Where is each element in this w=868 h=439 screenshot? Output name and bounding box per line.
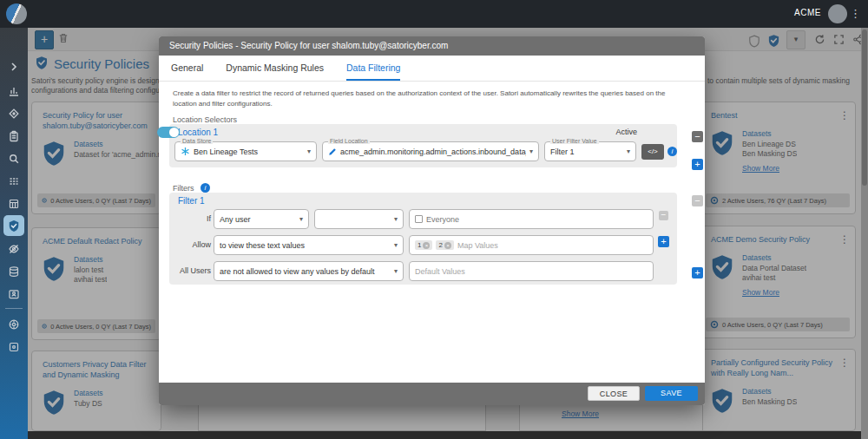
code-view-button[interactable]: </> bbox=[641, 144, 664, 160]
all-users-row-label: All Users bbox=[173, 266, 211, 275]
sidebar-item-search[interactable] bbox=[3, 148, 24, 169]
pencil-icon bbox=[328, 147, 337, 156]
data-store-label: Data Store bbox=[181, 138, 213, 144]
delete-icon[interactable] bbox=[57, 32, 69, 48]
card-title: ACME Default Redact Policy bbox=[32, 228, 161, 246]
sidebar-item-security-policies[interactable] bbox=[3, 215, 24, 236]
policy-card-partially-configured[interactable]: Partially Configured Security Policy wit… bbox=[700, 349, 856, 431]
usage-stats: 0 Active Users, 0 QY (Last 7 Days) bbox=[706, 318, 850, 331]
dataset-name: avihai test bbox=[742, 273, 806, 283]
tab-data-filtering[interactable]: Data Filtering bbox=[346, 56, 400, 81]
sidebar-expand-chevron-icon[interactable] bbox=[3, 56, 24, 77]
card-menu-icon[interactable]: ⋮ bbox=[839, 109, 850, 121]
policy-card-user-shalom[interactable]: Security Policy for user shalom.tuby@sat… bbox=[31, 102, 161, 214]
add-condition-button[interactable]: + bbox=[658, 236, 669, 247]
datasets-label: Datasets bbox=[74, 140, 161, 148]
chevron-down-icon: ▾ bbox=[627, 147, 630, 155]
data-store-select[interactable]: Data Store Ben Lineage Tests ▾ bbox=[174, 141, 317, 161]
allow-row-label: Allow bbox=[173, 240, 211, 249]
page-description-left-1: Satori's security policy engine is desig… bbox=[31, 76, 160, 85]
page-scrollbar-thumb[interactable] bbox=[862, 29, 867, 186]
snowflake-icon bbox=[181, 147, 190, 156]
chip-remove-icon[interactable]: × bbox=[444, 242, 451, 249]
activity-icon bbox=[42, 196, 47, 205]
dialog-tabs: General Dynamic Masking Rules Data Filte… bbox=[159, 56, 705, 82]
card-title: ACME Demo Security Policy bbox=[700, 226, 855, 245]
more-menu-icon[interactable]: ⋮ bbox=[850, 6, 861, 22]
remove-location-button[interactable]: − bbox=[692, 131, 703, 142]
user-filter-value-select[interactable]: User Filter Value Filter 1 ▾ bbox=[544, 141, 636, 161]
map-values-input[interactable]: 1× 2× Map Values bbox=[409, 235, 654, 255]
sidebar-nav bbox=[0, 28, 28, 439]
tab-dynamic-masking-rules[interactable]: Dynamic Masking Rules bbox=[226, 56, 324, 81]
sidebar-item-masking[interactable] bbox=[3, 239, 24, 259]
sidebar-item-users[interactable] bbox=[3, 284, 24, 305]
filter-group-label: Filter 1 bbox=[178, 196, 205, 206]
tab-general[interactable]: General bbox=[171, 56, 203, 81]
shield-check-icon bbox=[709, 387, 735, 418]
principal-input[interactable]: Everyone bbox=[409, 209, 654, 229]
user-avatar[interactable] bbox=[828, 4, 847, 23]
chevron-down-icon: ▾ bbox=[529, 147, 533, 155]
if-row-label: If bbox=[173, 214, 211, 223]
shield-check-icon bbox=[41, 389, 67, 420]
chip-remove-icon[interactable]: × bbox=[423, 242, 430, 249]
card-menu-icon[interactable]: ⋮ bbox=[839, 357, 850, 369]
info-icon[interactable]: i bbox=[667, 147, 677, 156]
remove-filter-button[interactable]: − bbox=[692, 195, 703, 206]
value-chip[interactable]: 2× bbox=[436, 240, 453, 250]
save-button[interactable]: SAVE bbox=[645, 386, 698, 401]
usage-stats: 0 Active Users, 0 QY (Last 7 Days) bbox=[37, 319, 155, 333]
show-more-link[interactable]: Show More bbox=[562, 410, 599, 418]
shield-check-icon bbox=[41, 140, 67, 171]
shield-check-icon bbox=[709, 253, 735, 298]
policy-card-acme-default-redact[interactable]: ACME Default Redact Policy Datasets lalo… bbox=[31, 227, 161, 340]
show-more-link[interactable]: Show More bbox=[742, 164, 779, 173]
sidebar-item-support[interactable] bbox=[3, 314, 24, 335]
dialog-title[interactable]: Security Policies - Security Policy for … bbox=[159, 36, 705, 56]
add-filter-button[interactable]: + bbox=[692, 267, 703, 278]
refresh-icon[interactable] bbox=[814, 33, 825, 49]
view-dropdown-button[interactable]: ▾ bbox=[786, 30, 806, 49]
fullscreen-icon[interactable] bbox=[833, 33, 845, 49]
default-values-input[interactable]: Default Values bbox=[409, 261, 654, 281]
satori-logo[interactable] bbox=[6, 3, 27, 24]
remove-condition-button[interactable]: − bbox=[659, 211, 668, 220]
field-location-select[interactable]: Field Location acme_admin.monitoring.adm… bbox=[322, 141, 539, 161]
policy-shield-check-icon[interactable] bbox=[767, 34, 780, 51]
dataset-name: lalon test bbox=[74, 265, 107, 275]
value-chip[interactable]: 1× bbox=[415, 240, 432, 250]
sidebar-item-data-portal[interactable] bbox=[3, 337, 24, 357]
sidebar-item-data-stores[interactable] bbox=[3, 261, 24, 282]
filters-label: Filters bbox=[173, 184, 194, 193]
default-action-select[interactable]: are not allowed to view any values by de… bbox=[214, 261, 404, 281]
dataset-name: Ben Masking DS bbox=[742, 397, 797, 407]
sidebar-item-audit[interactable] bbox=[3, 126, 24, 147]
policy-shield-outline-icon[interactable] bbox=[748, 35, 760, 51]
policy-card-acme-demo[interactable]: ACME Demo Security Policy ⋮ Datasets Dat… bbox=[700, 226, 856, 338]
chevron-down-icon: ▾ bbox=[394, 267, 398, 275]
active-toggle[interactable] bbox=[157, 127, 180, 138]
active-label: Active bbox=[615, 128, 637, 136]
user-type-select[interactable]: Any user ▾ bbox=[214, 209, 309, 229]
sidebar-item-data-inventory[interactable] bbox=[3, 171, 24, 192]
add-location-button[interactable]: + bbox=[692, 159, 703, 170]
policy-card-customers-privacy[interactable]: Customers Privacy Data Filter and Dynami… bbox=[31, 351, 161, 431]
sidebar-item-dashboard[interactable] bbox=[3, 81, 24, 102]
policy-card-bentest[interactable]: Bentest ⋮ Datasets Ben Lineage DS Ben Ma… bbox=[700, 102, 856, 214]
filters-info-icon[interactable]: i bbox=[201, 183, 210, 193]
dataset-name: Dataset for 'acme_admin.mon bbox=[74, 150, 161, 160]
close-button[interactable]: CLOSE bbox=[588, 386, 640, 401]
card-menu-icon[interactable]: ⋮ bbox=[839, 233, 850, 246]
sidebar-item-data-flows[interactable] bbox=[3, 103, 24, 124]
security-policy-dialog: Security Policies - Security Policy for … bbox=[159, 36, 705, 405]
chevron-down-icon: ▾ bbox=[394, 241, 398, 249]
allow-action-select[interactable]: to view these text values ▾ bbox=[214, 235, 404, 255]
sidebar-item-datasets[interactable] bbox=[3, 193, 24, 214]
datasets-label: Datasets bbox=[742, 129, 797, 138]
user-attribute-select[interactable]: ▾ bbox=[314, 209, 404, 229]
checkbox-icon bbox=[415, 215, 423, 223]
org-name[interactable]: ACME bbox=[794, 8, 821, 17]
add-policy-button[interactable]: + bbox=[35, 30, 54, 49]
show-more-link[interactable]: Show More bbox=[742, 288, 779, 297]
